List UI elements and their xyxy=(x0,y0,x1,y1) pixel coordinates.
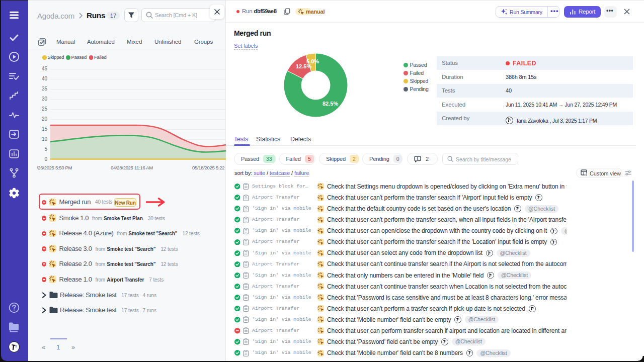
svg-text:5.0%: 5.0% xyxy=(306,58,319,64)
svg-text:82.5%: 82.5% xyxy=(323,101,338,107)
